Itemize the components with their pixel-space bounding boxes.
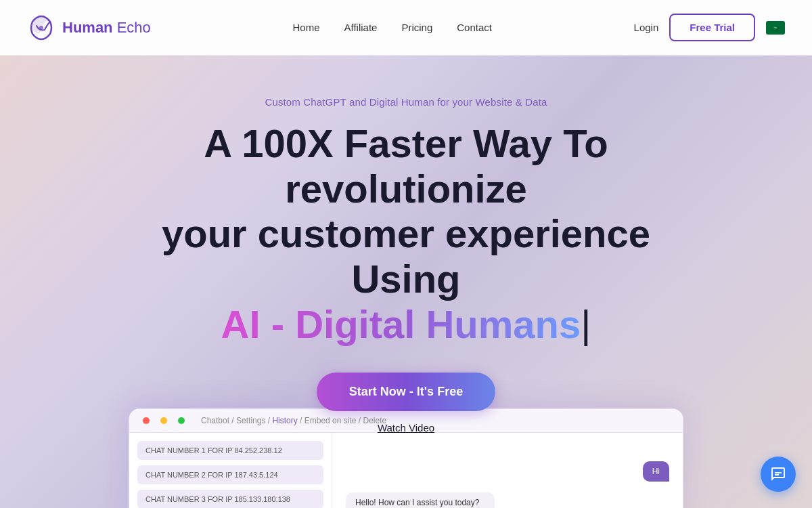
chat-row-2[interactable]: CHAT NUMBER 2 FOR IP 187.43.5.124 — [137, 465, 323, 484]
hero-title: A 100X Faster Way To revolutionize your … — [129, 121, 683, 347]
hero-section: Custom ChatGPT and Digital Human for you… — [0, 56, 812, 508]
nav-affiliate[interactable]: Affiliate — [344, 22, 377, 34]
navbar: Human Echo Home Affiliate Pricing Contac… — [0, 0, 812, 56]
hero-subtitle: Custom ChatGPT and Digital Human for you… — [0, 96, 812, 108]
chat-row-3[interactable]: CHAT NUMBER 3 FOR IP 185.133.180.138 — [137, 490, 323, 508]
free-trial-button[interactable]: Free Trial — [669, 14, 755, 41]
chat-preview: Hi Hello! How can I assist you today? — [332, 433, 683, 508]
nav-home[interactable]: Home — [292, 22, 319, 34]
svg-text:🇸🇦: 🇸🇦 — [773, 25, 779, 31]
nav-pricing[interactable]: Pricing — [401, 22, 432, 34]
logo-icon — [27, 14, 55, 42]
start-now-button[interactable]: Start Now - It's Free — [317, 373, 495, 411]
nav-links: Home Affiliate Pricing Contact — [292, 22, 492, 34]
bot-bubble: Hi — [643, 461, 669, 482]
nav-right: Login Free Trial 🇸🇦 — [634, 14, 785, 41]
nav-contact[interactable]: Contact — [457, 22, 492, 34]
chat-widget-button[interactable] — [761, 457, 796, 492]
login-link[interactable]: Login — [634, 22, 659, 33]
chat-list: CHAT NUMBER 1 FOR IP 84.252.238.12 CHAT … — [129, 433, 332, 508]
hero-cta: Start Now - It's Free Watch Video — [0, 373, 812, 433]
cursor: | — [581, 302, 591, 346]
logo[interactable]: Human Echo — [27, 14, 151, 42]
chat-widget-icon — [770, 466, 786, 482]
chat-row-1[interactable]: CHAT NUMBER 1 FOR IP 84.252.238.12 — [137, 441, 323, 460]
language-flag[interactable]: 🇸🇦 — [766, 21, 785, 35]
watch-video-button[interactable]: Watch Video — [378, 422, 434, 433]
hero-gradient-text: AI - Digital Humans — [221, 302, 581, 346]
svg-point-0 — [39, 26, 43, 30]
user-bubble: Hello! How can I assist you today? — [346, 492, 495, 508]
hero-content: Custom ChatGPT and Digital Human for you… — [0, 56, 812, 433]
brand-name: Human Echo — [62, 19, 151, 37]
dashboard-body: CHAT NUMBER 1 FOR IP 84.252.238.12 CHAT … — [129, 433, 683, 508]
